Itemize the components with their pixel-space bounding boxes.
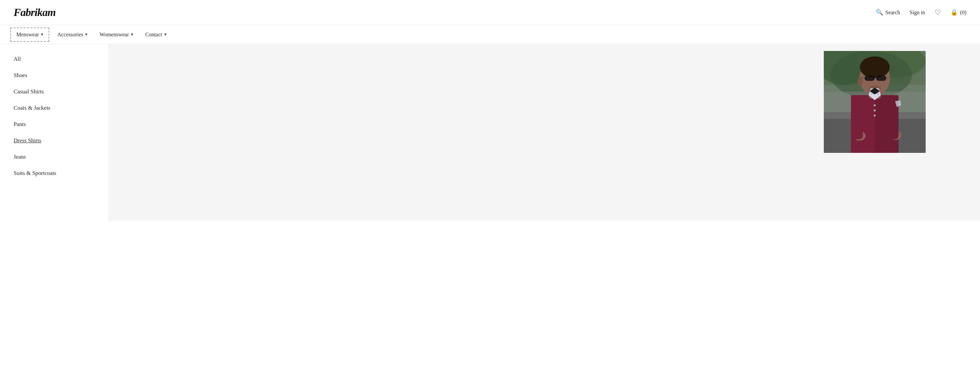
header-actions: 🔍 Search Sign in ♡ 🔒 (0) (876, 8, 966, 17)
nav-item-contact-label: Contact (145, 32, 162, 38)
dropdown-item-coats-jackets[interactable]: Coats & Jackets (0, 100, 108, 116)
wishlist-button[interactable]: ♡ (934, 8, 941, 17)
dropdown-item-all[interactable]: All (0, 51, 108, 67)
nav-item-menswear[interactable]: Menswear ▾ (10, 27, 49, 42)
dropdown-item-jeans[interactable]: Jeans (0, 149, 108, 165)
dropdown-item-dress-shirts[interactable]: Dress Shirts (0, 132, 108, 149)
site-logo: Fabrikam (14, 6, 56, 19)
search-icon: 🔍 (876, 9, 883, 16)
dropdown-item-suits-sportcoats[interactable]: Suits & Sportcoats (0, 165, 108, 182)
nav-item-womenswear[interactable]: Womenswear ▾ (93, 26, 139, 43)
nav-item-accessories-label: Accessories (57, 32, 83, 38)
dropdown-item-shoes[interactable]: Shoes (0, 67, 108, 84)
svg-rect-27 (876, 75, 886, 81)
svg-rect-26 (865, 75, 875, 81)
svg-point-31 (858, 77, 863, 86)
nav-item-accessories[interactable]: Accessories ▾ (51, 26, 93, 43)
suit-illustration (824, 51, 926, 153)
search-label: Search (885, 10, 900, 16)
main-nav: Menswear ▾ Accessories ▾ Womenswear ▾ Co… (0, 25, 980, 44)
header: Fabrikam 🔍 Search Sign in ♡ 🔒 (0) (0, 0, 980, 25)
svg-rect-21 (851, 119, 863, 139)
svg-point-25 (860, 56, 890, 78)
svg-point-16 (874, 115, 876, 116)
menswear-promo-image (824, 51, 926, 153)
dropdown-menu: All Shoes Casual Shirts Coats & Jackets … (0, 44, 109, 221)
chevron-down-icon: ▾ (41, 32, 43, 37)
svg-point-15 (874, 109, 876, 112)
chevron-down-icon: ▾ (131, 32, 133, 37)
dropdown-item-pants[interactable]: Pants (0, 116, 108, 132)
signin-button[interactable]: Sign in (910, 10, 925, 16)
signin-label: Sign in (910, 10, 925, 16)
cart-button[interactable]: 🔒 (0) (950, 9, 966, 16)
nav-item-contact[interactable]: Contact ▾ (139, 26, 172, 43)
cart-icon: 🔒 (950, 9, 958, 16)
chevron-down-icon: ▾ (85, 32, 87, 37)
cart-count: (0) (960, 10, 966, 16)
nav-item-womenswear-label: Womenswear (100, 32, 129, 38)
search-button[interactable]: 🔍 Search (876, 9, 900, 16)
dropdown-image-area (109, 44, 980, 221)
svg-point-14 (874, 104, 876, 106)
nav-item-menswear-label: Menswear (16, 32, 39, 38)
heart-icon: ♡ (934, 8, 941, 17)
dropdown-overlay: All Shoes Casual Shirts Coats & Jackets … (0, 44, 980, 221)
chevron-down-icon: ▾ (164, 32, 166, 37)
svg-rect-22 (887, 119, 899, 139)
dropdown-item-casual-shirts[interactable]: Casual Shirts (0, 84, 108, 100)
